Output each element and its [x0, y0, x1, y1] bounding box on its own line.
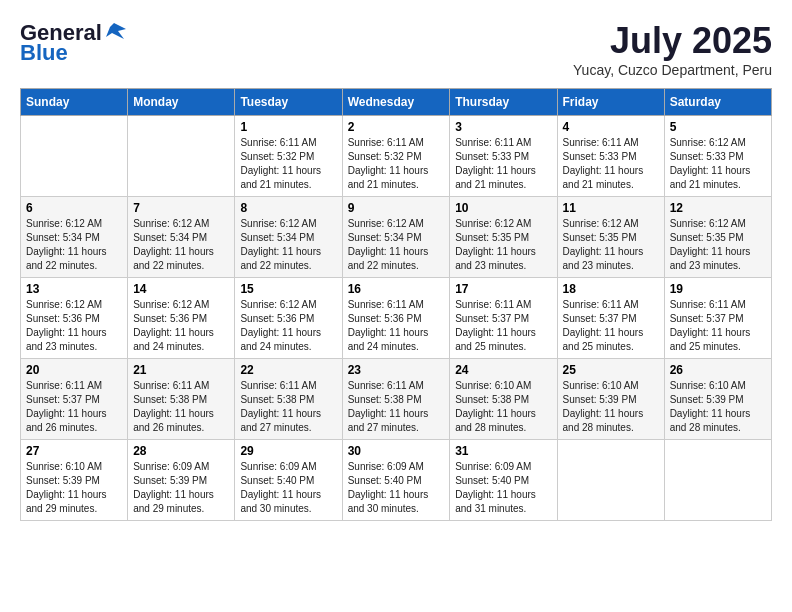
calendar-day-cell [557, 440, 664, 521]
day-number: 4 [563, 120, 659, 134]
day-info: Sunrise: 6:12 AMSunset: 5:36 PMDaylight:… [240, 298, 336, 354]
day-info: Sunrise: 6:11 AMSunset: 5:38 PMDaylight:… [133, 379, 229, 435]
day-number: 28 [133, 444, 229, 458]
calendar-day-cell: 19Sunrise: 6:11 AMSunset: 5:37 PMDayligh… [664, 278, 771, 359]
day-number: 9 [348, 201, 445, 215]
day-info: Sunrise: 6:11 AMSunset: 5:33 PMDaylight:… [455, 136, 551, 192]
logo: General Blue [20, 20, 126, 66]
calendar-day-cell: 2Sunrise: 6:11 AMSunset: 5:32 PMDaylight… [342, 116, 450, 197]
calendar-day-cell: 10Sunrise: 6:12 AMSunset: 5:35 PMDayligh… [450, 197, 557, 278]
day-number: 21 [133, 363, 229, 377]
day-info: Sunrise: 6:12 AMSunset: 5:34 PMDaylight:… [240, 217, 336, 273]
day-number: 3 [455, 120, 551, 134]
day-number: 30 [348, 444, 445, 458]
day-number: 11 [563, 201, 659, 215]
day-info: Sunrise: 6:11 AMSunset: 5:36 PMDaylight:… [348, 298, 445, 354]
calendar-day-cell [21, 116, 128, 197]
calendar-day-cell: 25Sunrise: 6:10 AMSunset: 5:39 PMDayligh… [557, 359, 664, 440]
calendar-day-cell: 21Sunrise: 6:11 AMSunset: 5:38 PMDayligh… [128, 359, 235, 440]
day-of-week-header: Friday [557, 89, 664, 116]
day-info: Sunrise: 6:10 AMSunset: 5:38 PMDaylight:… [455, 379, 551, 435]
day-info: Sunrise: 6:11 AMSunset: 5:37 PMDaylight:… [455, 298, 551, 354]
day-info: Sunrise: 6:10 AMSunset: 5:39 PMDaylight:… [26, 460, 122, 516]
calendar-day-cell [128, 116, 235, 197]
day-number: 17 [455, 282, 551, 296]
day-number: 12 [670, 201, 766, 215]
day-info: Sunrise: 6:09 AMSunset: 5:39 PMDaylight:… [133, 460, 229, 516]
day-number: 15 [240, 282, 336, 296]
day-info: Sunrise: 6:11 AMSunset: 5:37 PMDaylight:… [563, 298, 659, 354]
location-subtitle: Yucay, Cuzco Department, Peru [573, 62, 772, 78]
day-number: 20 [26, 363, 122, 377]
svg-marker-0 [106, 23, 126, 39]
day-info: Sunrise: 6:11 AMSunset: 5:38 PMDaylight:… [348, 379, 445, 435]
calendar-day-cell: 1Sunrise: 6:11 AMSunset: 5:32 PMDaylight… [235, 116, 342, 197]
day-number: 22 [240, 363, 336, 377]
day-info: Sunrise: 6:12 AMSunset: 5:35 PMDaylight:… [455, 217, 551, 273]
calendar-day-cell: 4Sunrise: 6:11 AMSunset: 5:33 PMDaylight… [557, 116, 664, 197]
calendar-day-cell: 27Sunrise: 6:10 AMSunset: 5:39 PMDayligh… [21, 440, 128, 521]
calendar-day-cell: 7Sunrise: 6:12 AMSunset: 5:34 PMDaylight… [128, 197, 235, 278]
calendar-day-cell: 26Sunrise: 6:10 AMSunset: 5:39 PMDayligh… [664, 359, 771, 440]
day-info: Sunrise: 6:12 AMSunset: 5:36 PMDaylight:… [133, 298, 229, 354]
day-number: 8 [240, 201, 336, 215]
day-info: Sunrise: 6:11 AMSunset: 5:38 PMDaylight:… [240, 379, 336, 435]
day-info: Sunrise: 6:12 AMSunset: 5:34 PMDaylight:… [26, 217, 122, 273]
day-number: 29 [240, 444, 336, 458]
calendar-day-cell: 13Sunrise: 6:12 AMSunset: 5:36 PMDayligh… [21, 278, 128, 359]
day-number: 2 [348, 120, 445, 134]
day-number: 16 [348, 282, 445, 296]
calendar-week-row: 6Sunrise: 6:12 AMSunset: 5:34 PMDaylight… [21, 197, 772, 278]
day-number: 31 [455, 444, 551, 458]
calendar-day-cell: 12Sunrise: 6:12 AMSunset: 5:35 PMDayligh… [664, 197, 771, 278]
day-info: Sunrise: 6:11 AMSunset: 5:37 PMDaylight:… [670, 298, 766, 354]
day-number: 1 [240, 120, 336, 134]
day-info: Sunrise: 6:12 AMSunset: 5:35 PMDaylight:… [563, 217, 659, 273]
day-info: Sunrise: 6:12 AMSunset: 5:36 PMDaylight:… [26, 298, 122, 354]
calendar-day-cell: 11Sunrise: 6:12 AMSunset: 5:35 PMDayligh… [557, 197, 664, 278]
calendar-day-cell: 29Sunrise: 6:09 AMSunset: 5:40 PMDayligh… [235, 440, 342, 521]
calendar-table: SundayMondayTuesdayWednesdayThursdayFrid… [20, 88, 772, 521]
calendar-day-cell: 17Sunrise: 6:11 AMSunset: 5:37 PMDayligh… [450, 278, 557, 359]
day-number: 6 [26, 201, 122, 215]
calendar-week-row: 1Sunrise: 6:11 AMSunset: 5:32 PMDaylight… [21, 116, 772, 197]
day-of-week-header: Saturday [664, 89, 771, 116]
day-info: Sunrise: 6:11 AMSunset: 5:33 PMDaylight:… [563, 136, 659, 192]
day-info: Sunrise: 6:09 AMSunset: 5:40 PMDaylight:… [240, 460, 336, 516]
calendar-day-cell: 6Sunrise: 6:12 AMSunset: 5:34 PMDaylight… [21, 197, 128, 278]
calendar-day-cell [664, 440, 771, 521]
day-info: Sunrise: 6:10 AMSunset: 5:39 PMDaylight:… [563, 379, 659, 435]
day-info: Sunrise: 6:12 AMSunset: 5:33 PMDaylight:… [670, 136, 766, 192]
logo-blue-text: Blue [20, 40, 68, 66]
calendar-day-cell: 8Sunrise: 6:12 AMSunset: 5:34 PMDaylight… [235, 197, 342, 278]
day-of-week-header: Tuesday [235, 89, 342, 116]
day-info: Sunrise: 6:12 AMSunset: 5:34 PMDaylight:… [133, 217, 229, 273]
day-number: 26 [670, 363, 766, 377]
title-area: July 2025 Yucay, Cuzco Department, Peru [573, 20, 772, 78]
calendar-header-row: SundayMondayTuesdayWednesdayThursdayFrid… [21, 89, 772, 116]
day-number: 5 [670, 120, 766, 134]
day-info: Sunrise: 6:10 AMSunset: 5:39 PMDaylight:… [670, 379, 766, 435]
calendar-day-cell: 22Sunrise: 6:11 AMSunset: 5:38 PMDayligh… [235, 359, 342, 440]
calendar-day-cell: 14Sunrise: 6:12 AMSunset: 5:36 PMDayligh… [128, 278, 235, 359]
day-info: Sunrise: 6:11 AMSunset: 5:37 PMDaylight:… [26, 379, 122, 435]
month-year-title: July 2025 [573, 20, 772, 62]
calendar-day-cell: 18Sunrise: 6:11 AMSunset: 5:37 PMDayligh… [557, 278, 664, 359]
calendar-day-cell: 15Sunrise: 6:12 AMSunset: 5:36 PMDayligh… [235, 278, 342, 359]
day-of-week-header: Wednesday [342, 89, 450, 116]
calendar-day-cell: 30Sunrise: 6:09 AMSunset: 5:40 PMDayligh… [342, 440, 450, 521]
calendar-day-cell: 5Sunrise: 6:12 AMSunset: 5:33 PMDaylight… [664, 116, 771, 197]
day-info: Sunrise: 6:12 AMSunset: 5:35 PMDaylight:… [670, 217, 766, 273]
calendar-day-cell: 24Sunrise: 6:10 AMSunset: 5:38 PMDayligh… [450, 359, 557, 440]
day-of-week-header: Monday [128, 89, 235, 116]
day-info: Sunrise: 6:12 AMSunset: 5:34 PMDaylight:… [348, 217, 445, 273]
day-number: 23 [348, 363, 445, 377]
calendar-week-row: 27Sunrise: 6:10 AMSunset: 5:39 PMDayligh… [21, 440, 772, 521]
calendar-day-cell: 9Sunrise: 6:12 AMSunset: 5:34 PMDaylight… [342, 197, 450, 278]
logo-bird-icon [104, 21, 126, 41]
day-number: 27 [26, 444, 122, 458]
day-info: Sunrise: 6:11 AMSunset: 5:32 PMDaylight:… [240, 136, 336, 192]
calendar-week-row: 13Sunrise: 6:12 AMSunset: 5:36 PMDayligh… [21, 278, 772, 359]
day-number: 14 [133, 282, 229, 296]
day-of-week-header: Thursday [450, 89, 557, 116]
